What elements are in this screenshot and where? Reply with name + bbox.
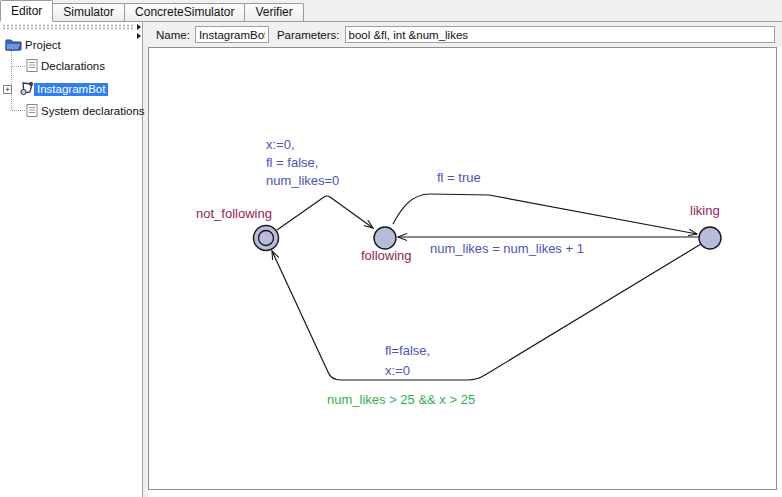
location-circle-outer[interactable] xyxy=(254,226,279,251)
edge-liking-to-notfollowing[interactable] xyxy=(272,244,701,380)
document-icon xyxy=(26,104,38,119)
location-name-following[interactable]: following xyxy=(361,248,412,263)
location-not-following[interactable] xyxy=(254,226,279,251)
parameters-label: Parameters: xyxy=(277,29,340,41)
automaton-canvas[interactable]: not_following following liking x:=0, fl … xyxy=(148,47,777,490)
tree-item-label: System declarations xyxy=(38,105,148,118)
location-following[interactable] xyxy=(374,227,396,249)
tree-root-project[interactable]: Project xyxy=(5,38,64,53)
tree-connector xyxy=(12,66,25,67)
tree-item-label-selected: InstagramBot xyxy=(34,83,108,96)
template-name-input[interactable] xyxy=(195,26,269,43)
tab-simulator[interactable]: Simulator xyxy=(52,3,125,21)
template-editor-panel: Name: Parameters: xyxy=(148,22,782,497)
edge2-update[interactable]: fl = true xyxy=(437,170,481,185)
template-automaton-icon xyxy=(19,81,34,98)
main-tab-bar: Editor Simulator ConcreteSimulator Verif… xyxy=(0,0,782,22)
tree-connector xyxy=(11,50,12,110)
tree-item-label: Declarations xyxy=(38,60,108,73)
document-icon xyxy=(26,59,38,74)
tree-root-label: Project xyxy=(22,39,64,52)
edge1-update-line2[interactable]: fl = false, xyxy=(266,155,318,170)
folder-icon xyxy=(5,38,22,53)
tree-item-system-declarations[interactable]: System declarations xyxy=(26,104,148,119)
tree-item-declarations[interactable]: Declarations xyxy=(26,59,108,74)
location-name-not-following[interactable]: not_following xyxy=(196,206,272,221)
panel-gripper[interactable] xyxy=(2,24,134,30)
edge-following-to-liking[interactable] xyxy=(393,194,697,234)
location-name-liking[interactable]: liking xyxy=(690,203,720,218)
edge-notfollowing-to-following[interactable] xyxy=(277,196,373,230)
edge1-update-line3[interactable]: num_likes=0 xyxy=(266,173,339,188)
name-label: Name: xyxy=(156,29,190,41)
template-parameters-input[interactable] xyxy=(345,26,775,43)
tree-connector xyxy=(12,110,25,111)
edge4-guard[interactable]: num_likes > 25 && x > 25 xyxy=(327,392,475,407)
edge4-update-line1[interactable]: fl=false, xyxy=(385,343,430,358)
tree-item-instagrambot[interactable]: InstagramBot xyxy=(19,82,108,97)
edge1-update-line1[interactable]: x:=0, xyxy=(266,137,295,152)
edge4-update-line2[interactable]: x:=0 xyxy=(385,363,410,378)
tab-verifier[interactable]: Verifier xyxy=(244,3,303,21)
project-tree-panel: Project Declarations + xyxy=(0,22,143,497)
location-liking[interactable] xyxy=(699,227,721,249)
edge3-update[interactable]: num_likes = num_likes + 1 xyxy=(430,241,584,256)
splitter-collapse-icon[interactable] xyxy=(137,24,141,30)
tab-editor[interactable]: Editor xyxy=(0,0,53,22)
tab-concrete-simulator[interactable]: ConcreteSimulator xyxy=(124,3,245,21)
template-properties-bar: Name: Parameters: xyxy=(148,22,782,47)
expand-plus-icon[interactable]: + xyxy=(3,85,12,94)
splitter-expand-icon[interactable] xyxy=(137,33,141,39)
